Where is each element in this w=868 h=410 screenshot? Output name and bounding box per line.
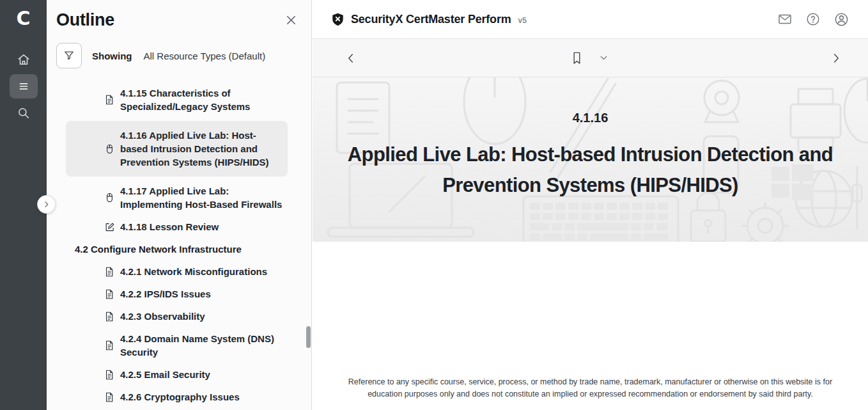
filter-funnel-icon [63, 49, 75, 62]
lesson-number: 4.1.16 [313, 111, 868, 125]
lesson-title: Applied Live Lab: Host-based Intrusion D… [315, 139, 866, 201]
document-icon [104, 391, 115, 402]
document-icon [104, 311, 115, 322]
outline-item-4-1-15[interactable]: 4.1.15 Characteristics of Specialized/Le… [66, 85, 288, 114]
messages-button[interactable] [776, 10, 794, 28]
resource-filter-value: All Resource Types (Default) [144, 51, 266, 61]
bookmark-menu-button[interactable] [595, 49, 613, 67]
close-outline-button[interactable] [285, 14, 297, 26]
bookmark-icon [570, 51, 584, 65]
outline-item-4-2-3[interactable]: 4.2.3 Observability [66, 308, 288, 324]
comptia-logo: C [0, 0, 47, 36]
outline-item-4-1-18[interactable]: 4.1.18 Lesson Review [66, 219, 288, 235]
document-icon [104, 288, 115, 299]
panel-collapse-toggle[interactable] [37, 195, 56, 214]
menu-icon [17, 79, 31, 93]
outline-item-label: 4.1.15 Characteristics of Specialized/Le… [120, 88, 250, 112]
outline-item-4-2-6[interactable]: 4.2.6 Cryptography Issues [66, 389, 288, 405]
outline-item-4-1-16[interactable]: 4.1.16 Applied Live Lab: Host-based Intr… [66, 121, 288, 177]
outline-item-label: 4.2.1 Network Misconfigurations [120, 266, 267, 277]
outline-item-label: 4.2.3 Observability [120, 311, 205, 322]
outline-item-label: 4.2.6 Cryptography Issues [120, 391, 240, 402]
third-party-disclaimer: Reference to any specific course, servic… [345, 376, 836, 400]
pencil-review-icon [104, 221, 115, 232]
chevron-down-icon [598, 52, 609, 63]
product-version-badge: v5 [518, 14, 527, 25]
outline-item-4-2-1[interactable]: 4.2.1 Network Misconfigurations [66, 264, 288, 280]
main-content: SecurityX CertMaster Perform v5 [313, 0, 868, 410]
account-button[interactable] [832, 10, 850, 28]
outline-item-label: 4.2.2 IPS/IDS Issues [120, 288, 211, 299]
search-icon [17, 106, 31, 120]
chevron-right-icon [42, 200, 51, 209]
document-icon [104, 340, 115, 351]
document-icon [104, 266, 115, 277]
mouse-lab-icon [104, 143, 115, 154]
search-button[interactable] [10, 101, 38, 125]
lesson-body: Reference to any specific course, servic… [313, 242, 868, 410]
outline-item-4-2-2[interactable]: 4.2.2 IPS/IDS Issues [66, 286, 288, 302]
chevron-right-icon [829, 51, 843, 65]
showing-label: Showing [92, 51, 132, 61]
app-header: SecurityX CertMaster Perform v5 [313, 0, 868, 39]
profile-icon [833, 12, 849, 28]
home-button[interactable] [10, 47, 38, 72]
outline-item-label: 4.2.5 Email Security [120, 369, 210, 380]
chevron-left-icon [344, 51, 358, 65]
outline-section-label: 4.2 Configure Network Infrastructure [75, 244, 242, 255]
lesson-hero-banner: 4.1.16 Applied Live Lab: Host-based Intr… [313, 77, 868, 242]
outline-item-4-2-4[interactable]: 4.2.4 Domain Name System (DNS) Security [66, 331, 288, 360]
lesson-nav-toolbar [313, 39, 868, 77]
securityx-shield-icon [330, 12, 345, 27]
previous-page-button[interactable] [342, 49, 360, 67]
next-page-button[interactable] [827, 49, 845, 67]
outline-item-label: 4.2.4 Domain Name System (DNS) Security [120, 333, 274, 358]
outline-section-4-2[interactable]: 4.2 Configure Network Infrastructure [66, 241, 288, 257]
product-title: SecurityX CertMaster Perform [351, 13, 511, 26]
outline-menu-button[interactable] [10, 74, 38, 99]
bookmark-button[interactable] [568, 49, 586, 67]
home-icon [17, 52, 31, 67]
outline-item-label: 4.1.17 Applied Live Lab: Implementing Ho… [120, 185, 282, 210]
outline-item-4-2-5[interactable]: 4.2.5 Email Security [66, 367, 288, 382]
outline-title: Outline [56, 10, 114, 30]
help-button[interactable] [804, 10, 822, 28]
outline-item-4-1-17[interactable]: 4.1.17 Applied Live Lab: Implementing Ho… [66, 183, 288, 212]
mail-icon [777, 12, 793, 27]
outline-item-label: 4.1.18 Lesson Review [120, 221, 219, 232]
document-icon [104, 95, 115, 106]
brand: SecurityX CertMaster Perform v5 [330, 12, 527, 27]
outline-panel: Outline Showing All Resource Types (Defa… [47, 0, 312, 410]
document-icon [104, 369, 115, 380]
mouse-lab-icon [104, 193, 115, 203]
outline-item-label: 4.1.16 Applied Live Lab: Host-based Intr… [120, 130, 269, 168]
outline-list: 4.1.15 Characteristics of Specialized/Le… [47, 85, 311, 405]
resource-filter-row: Showing All Resource Types (Default) [56, 43, 311, 68]
filter-button[interactable] [56, 43, 82, 68]
help-icon [805, 12, 821, 27]
outline-scrollbar-thumb[interactable] [306, 326, 311, 348]
